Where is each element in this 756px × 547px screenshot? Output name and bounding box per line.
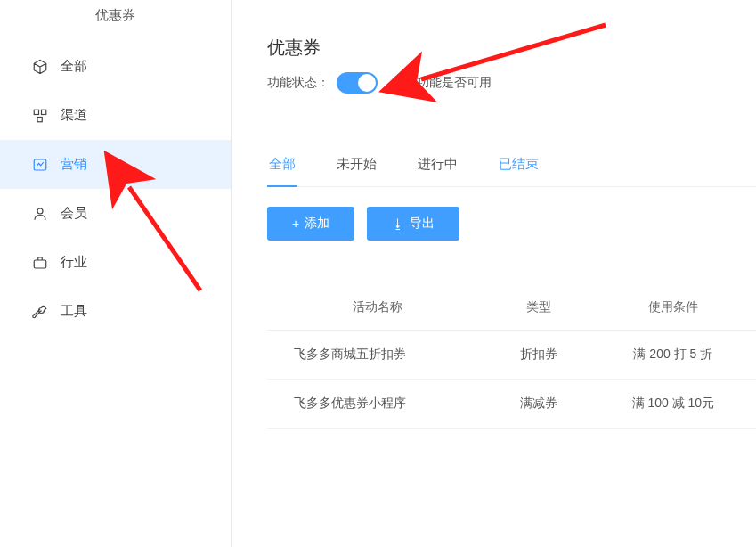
sidebar-item-member[interactable]: 会员 (0, 189, 231, 238)
tab-ended[interactable]: 已结束 (497, 156, 541, 187)
plus-icon: + (292, 217, 299, 230)
tab-in-progress[interactable]: 进行中 (416, 156, 459, 187)
svg-rect-5 (34, 260, 46, 268)
export-button-label: 导出 (410, 216, 435, 232)
feature-toggle[interactable] (337, 72, 378, 94)
cell-type: 折扣券 (487, 331, 589, 380)
col-type: 类型 (487, 285, 589, 331)
svg-rect-2 (37, 117, 42, 121)
sidebar-item-label: 工具 (61, 303, 87, 320)
filter-tabs: 全部 未开始 进行中 已结束 (267, 156, 756, 187)
action-buttons: + 添加 ⭳ 导出 (267, 207, 756, 241)
tab-all[interactable]: 全部 (267, 156, 297, 187)
sidebar-item-marketing[interactable]: 营销 (0, 140, 231, 189)
table-header-row: 活动名称 类型 使用条件 (267, 285, 756, 331)
box-icon (32, 59, 48, 75)
sidebar-item-label: 渠道 (61, 107, 87, 124)
sidebar-item-label: 会员 (61, 205, 87, 222)
col-condition: 使用条件 (590, 285, 756, 331)
svg-rect-0 (34, 110, 38, 114)
tab-not-started[interactable]: 未开始 (335, 156, 378, 187)
main-content: 优惠券 功能状态： 控制功能是否可用 全部 未开始 进行中 已结束 + 添加 ⭳ (232, 0, 756, 547)
toggle-row: 功能状态： 控制功能是否可用 (267, 72, 756, 94)
toggle-description: 控制功能是否可用 (392, 75, 492, 91)
sidebar-item-all[interactable]: 全部 (0, 42, 231, 91)
cell-condition: 满 100 减 10元 (590, 380, 756, 429)
coupon-table: 活动名称 类型 使用条件 飞多多商城五折扣券 折扣券 满 200 打 5 折 飞… (267, 285, 756, 429)
briefcase-icon (32, 255, 48, 271)
svg-point-4 (37, 208, 43, 214)
header-section: 优惠券 功能状态： 控制功能是否可用 (267, 36, 756, 94)
cell-condition: 满 200 打 5 折 (590, 331, 756, 380)
toggle-label: 功能状态： (267, 75, 329, 91)
sidebar-item-label: 行业 (61, 254, 87, 271)
channel-icon (32, 108, 48, 124)
wrench-icon (32, 304, 48, 320)
sidebar-item-label: 全部 (61, 58, 87, 75)
sidebar: 优惠券 全部 渠道 营销 会员 (0, 0, 232, 547)
table-row[interactable]: 飞多多优惠券小程序 满减券 满 100 减 10元 (267, 380, 756, 429)
toggle-knob (358, 74, 376, 92)
sidebar-item-label: 营销 (61, 156, 87, 173)
chart-icon (32, 157, 48, 173)
cell-name: 飞多多优惠券小程序 (267, 380, 487, 429)
download-icon: ⭳ (392, 217, 404, 230)
user-icon (32, 206, 48, 222)
cell-type: 满减券 (487, 380, 589, 429)
sidebar-item-industry[interactable]: 行业 (0, 238, 231, 287)
table-row[interactable]: 飞多多商城五折扣券 折扣券 满 200 打 5 折 (267, 331, 756, 380)
sidebar-item-channel[interactable]: 渠道 (0, 91, 231, 140)
page-title: 优惠券 (267, 36, 756, 60)
cell-name: 飞多多商城五折扣券 (267, 331, 487, 380)
export-button[interactable]: ⭳ 导出 (367, 207, 459, 241)
add-button-label: 添加 (305, 216, 329, 232)
svg-rect-1 (42, 110, 46, 114)
sidebar-title: 优惠券 (0, 0, 231, 42)
add-button[interactable]: + 添加 (267, 207, 354, 241)
sidebar-item-tools[interactable]: 工具 (0, 287, 231, 336)
col-name: 活动名称 (267, 285, 487, 331)
